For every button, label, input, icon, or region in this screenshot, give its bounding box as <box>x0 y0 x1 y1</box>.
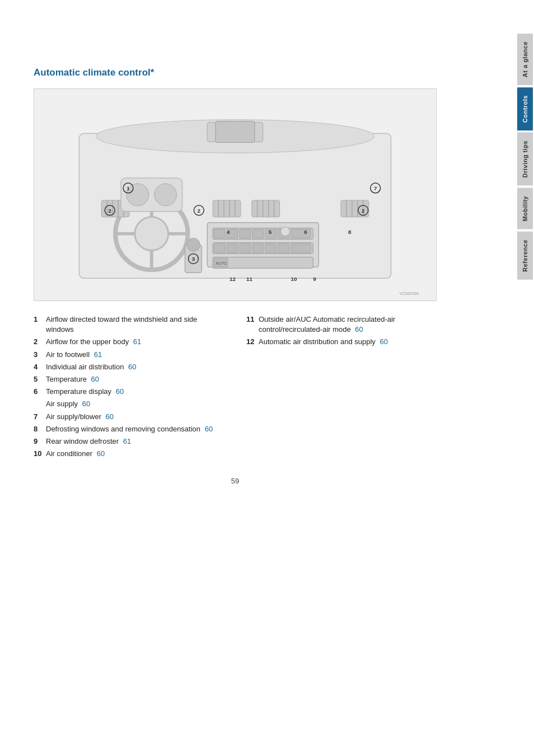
svg-rect-27 <box>291 244 311 253</box>
sidebar-tab-mobility[interactable]: Mobility <box>517 188 533 229</box>
svg-text:12: 12 <box>229 276 236 282</box>
items-grid: 1 Airflow directed toward the windshield… <box>34 313 437 460</box>
list-item: 6 Temperature display 60 <box>34 386 224 398</box>
list-item: 11 Outside air/AUC Automatic recirculate… <box>246 313 437 336</box>
svg-text:11: 11 <box>246 276 253 282</box>
list-item: 8 Defrosting windows and removing conden… <box>34 423 224 435</box>
list-item-air-conditioner: 10 Air conditioner 60 <box>34 448 224 460</box>
svg-rect-23 <box>240 244 251 253</box>
list-item: 12 Automatic air distribution and supply… <box>246 336 437 348</box>
list-item: 2 Airflow for the upper body 61 <box>34 336 224 348</box>
sidebar-tab-reference[interactable]: Reference <box>517 232 533 280</box>
svg-text:6: 6 <box>304 229 307 235</box>
list-item: 4 Individual air distribution 60 <box>34 361 224 373</box>
svg-rect-31 <box>213 200 241 217</box>
sidebar-tab-controls[interactable]: Controls <box>517 87 533 130</box>
items-right-column: 11 Outside air/AUC Automatic recirculate… <box>246 313 437 460</box>
svg-rect-15 <box>240 229 251 238</box>
car-diagram-svg: AUTO <box>34 89 436 300</box>
svg-rect-16 <box>252 229 264 238</box>
svg-rect-36 <box>252 200 280 217</box>
svg-text:3: 3 <box>192 256 195 262</box>
main-content: Automatic climate control* <box>0 0 515 756</box>
list-item: 7 Air supply/blower 60 <box>34 411 224 423</box>
svg-rect-26 <box>278 244 289 253</box>
list-item: 9 Rear window defroster 61 <box>34 435 224 448</box>
svg-text:4: 4 <box>227 229 230 235</box>
sidebar-tab-driving-tips[interactable]: Driving tips <box>517 133 533 186</box>
svg-text:AUTO: AUTO <box>216 261 227 265</box>
svg-rect-24 <box>252 244 264 253</box>
car-diagram-container: AUTO <box>34 88 437 301</box>
list-item: 1 Airflow directed toward the windshield… <box>34 313 224 336</box>
svg-point-70 <box>281 227 290 236</box>
svg-text:10: 10 <box>291 276 297 282</box>
svg-rect-22 <box>227 244 238 253</box>
svg-point-55 <box>186 238 200 252</box>
list-item: Air supply 60 <box>34 398 224 410</box>
list-item: 3 Air to footwell 61 <box>34 349 224 361</box>
svg-rect-4 <box>216 121 255 143</box>
list-item: 5 Temperature 60 <box>34 373 224 386</box>
sidebar-tab-at-glance[interactable]: At a glance <box>517 34 533 85</box>
svg-rect-19 <box>291 229 311 238</box>
sidebar: At a glance Controls Driving tips Mobili… <box>516 0 534 756</box>
page-container: Automatic climate control* <box>0 0 534 756</box>
svg-point-52 <box>127 184 149 206</box>
svg-text:8: 8 <box>348 229 352 235</box>
svg-text:5: 5 <box>269 229 272 235</box>
svg-text:1: 1 <box>127 185 130 191</box>
svg-text:V/Z38163A: V/Z38163A <box>399 292 419 295</box>
page-number: 59 <box>34 477 437 485</box>
svg-text:2: 2 <box>198 208 201 214</box>
svg-text:2: 2 <box>362 208 365 214</box>
svg-rect-21 <box>214 244 225 253</box>
svg-rect-25 <box>265 244 277 253</box>
svg-point-53 <box>154 184 177 206</box>
svg-text:9: 9 <box>313 276 316 282</box>
svg-point-6 <box>135 217 168 251</box>
page-title: Automatic climate control* <box>34 67 487 78</box>
svg-text:2: 2 <box>108 208 111 214</box>
items-left-column: 1 Airflow directed toward the windshield… <box>34 313 224 460</box>
svg-text:7: 7 <box>374 185 377 191</box>
svg-rect-13 <box>214 229 225 238</box>
